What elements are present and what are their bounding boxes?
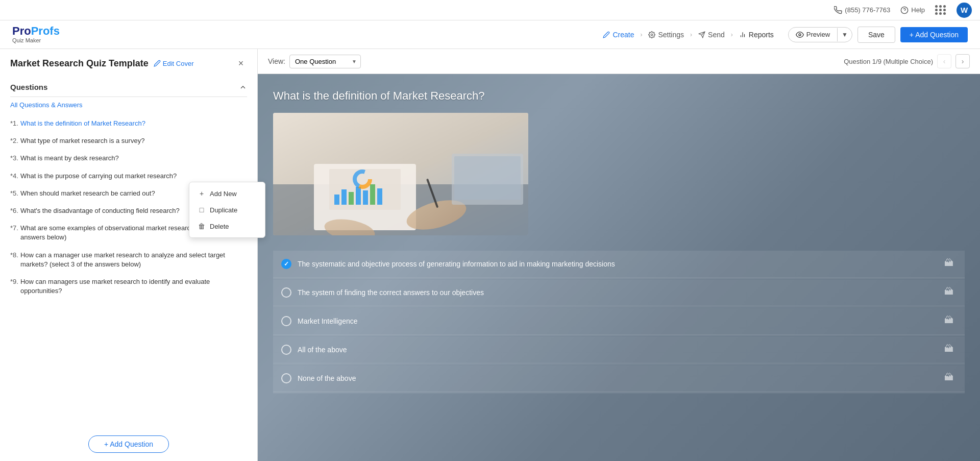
svg-rect-12	[334, 195, 339, 205]
help-icon	[900, 6, 909, 14]
avatar-letter: W	[961, 6, 968, 14]
nav-step-create[interactable]: Create	[599, 29, 638, 41]
main-layout: Market Research Quiz Template Edit Cover…	[0, 49, 980, 461]
context-menu-add-new[interactable]: +Add New	[189, 185, 265, 202]
answer-image-icon[interactable]: 🏔	[944, 286, 957, 299]
view-dropdown[interactable]: One QuestionAll QuestionsFlashcard	[289, 55, 361, 68]
user-avatar[interactable]: W	[957, 3, 972, 18]
answer-image-icon[interactable]: 🏔	[944, 344, 957, 356]
question-list-item[interactable]: *2.What type of market research is a sur…	[10, 132, 247, 150]
eye-icon	[796, 31, 804, 39]
preview-button[interactable]: Preview ▼	[788, 27, 852, 42]
context-icon-add-new: +	[198, 189, 206, 198]
preview-main[interactable]: Preview	[789, 28, 837, 42]
edit-cover-button[interactable]: Edit Cover	[154, 60, 194, 67]
question-image-svg	[273, 113, 528, 235]
preview-label: Preview	[806, 31, 830, 38]
view-label: View:	[268, 57, 285, 65]
preview-dropdown-arrow[interactable]: ▼	[837, 28, 852, 41]
answer-separator	[273, 307, 965, 307]
svg-rect-13	[341, 189, 347, 205]
phone-link[interactable]: (855) 776-7763	[834, 6, 890, 14]
all-qa-link[interactable]: All Questions & Answers	[10, 101, 247, 109]
answer-image-icon[interactable]: 🏔	[944, 372, 957, 384]
context-menu-delete[interactable]: 🗑Delete	[189, 218, 265, 234]
svg-point-1	[651, 34, 653, 36]
answer-item[interactable]: The systematic and objective process of …	[273, 251, 965, 278]
answers-list: The systematic and objective process of …	[273, 251, 965, 393]
question-num: *4.	[10, 172, 18, 181]
logo-text: ProProfs	[12, 26, 60, 37]
nav-step-send[interactable]: Send	[694, 29, 729, 41]
radio-a2	[281, 287, 291, 298]
edit-cover-label: Edit Cover	[163, 60, 194, 67]
save-button[interactable]: Save	[857, 27, 895, 43]
help-label: Help	[911, 6, 925, 14]
answer-image-icon[interactable]: 🏔	[944, 315, 957, 327]
answer-item[interactable]: None of the above 🏔	[273, 365, 965, 392]
sidebar-header: Market Research Quiz Template Edit Cover…	[0, 49, 257, 78]
radio-a1	[281, 259, 291, 269]
question-num: *5.	[10, 189, 18, 198]
question-text: What is meant by desk research?	[20, 154, 119, 163]
question-text: What is the definition of Market Researc…	[20, 119, 145, 128]
answer-image-icon[interactable]: 🏔	[944, 258, 957, 270]
quiz-title-row: Market Research Quiz Template Edit Cover	[10, 58, 193, 69]
answer-text-a4: All of the above	[298, 346, 938, 354]
chart-icon	[739, 31, 746, 38]
answer-separator	[273, 393, 965, 393]
collapse-icon[interactable]	[239, 83, 247, 91]
context-menu-duplicate[interactable]: □Duplicate	[189, 202, 265, 218]
close-button[interactable]: ×	[235, 57, 247, 69]
question-num: *8.	[10, 251, 18, 260]
svg-rect-16	[363, 190, 368, 205]
nav-sep-1: ›	[640, 31, 642, 38]
add-question-nav-button[interactable]: + Add Question	[900, 27, 968, 42]
question-list: *1.What is the definition of Market Rese…	[0, 115, 257, 427]
context-icon-duplicate: □	[198, 206, 206, 214]
sidebar: Market Research Quiz Template Edit Cover…	[0, 49, 258, 461]
question-list-item[interactable]: *3.What is meant by desk research?	[10, 150, 247, 167]
questions-header: Questions	[10, 78, 247, 97]
answer-text-a1: The systematic and objective process of …	[298, 260, 938, 268]
question-text: What's the disadvantage of conducting fi…	[20, 206, 180, 215]
gear-icon	[648, 31, 655, 38]
question-image-inner	[273, 113, 528, 235]
radio-a4	[281, 345, 291, 355]
radio-a3	[281, 316, 291, 326]
question-list-item[interactable]: *8.How can a manager use market research…	[10, 247, 247, 273]
answer-item[interactable]: All of the above 🏔	[273, 336, 965, 363]
nav-sep-3: ›	[731, 31, 733, 38]
nav-actions: Preview ▼ Save + Add Question	[788, 27, 968, 43]
content-area: View: One QuestionAll QuestionsFlashcard…	[258, 49, 980, 461]
question-text: When should market research be carried o…	[20, 189, 155, 198]
help-link[interactable]: Help	[900, 6, 925, 14]
context-label-delete: Delete	[210, 223, 229, 230]
nav-step-reports[interactable]: Reports	[735, 29, 778, 41]
answer-separator	[273, 278, 965, 279]
prev-question-button[interactable]: ‹	[937, 54, 951, 68]
nav-send-label: Send	[708, 31, 725, 39]
svg-rect-18	[377, 188, 382, 205]
next-question-button[interactable]: ›	[955, 54, 970, 68]
question-num: *1.	[10, 119, 18, 128]
radio-a5	[281, 373, 291, 383]
answer-item[interactable]: The system of finding the correct answer…	[273, 279, 965, 306]
app-grid[interactable]	[935, 5, 946, 15]
nav-step-settings[interactable]: Settings	[644, 29, 688, 41]
quiz-title: Market Research Quiz Template	[10, 58, 149, 69]
context-icon-delete: 🗑	[198, 222, 206, 230]
question-nav: Question 1/9 (Multiple Choice) ‹ ›	[844, 54, 970, 68]
content-toolbar: View: One QuestionAll QuestionsFlashcard…	[258, 49, 980, 74]
answer-item[interactable]: Market Intelligence 🏔	[273, 308, 965, 335]
question-num: *9.	[10, 277, 18, 286]
answer-separator	[273, 335, 965, 336]
svg-rect-25	[454, 156, 521, 200]
logo[interactable]: ProProfs Quiz Maker	[12, 26, 60, 43]
question-list-item[interactable]: *1.What is the definition of Market Rese…	[10, 115, 247, 132]
add-question-sidebar-button[interactable]: + Add Question	[88, 435, 169, 453]
svg-rect-17	[370, 184, 375, 205]
question-list-item[interactable]: *9.How can managers use market research …	[10, 273, 247, 300]
question-title: What is the definition of Market Researc…	[273, 89, 965, 103]
nav-steps: Create › Settings › Send › Reports	[599, 29, 777, 41]
